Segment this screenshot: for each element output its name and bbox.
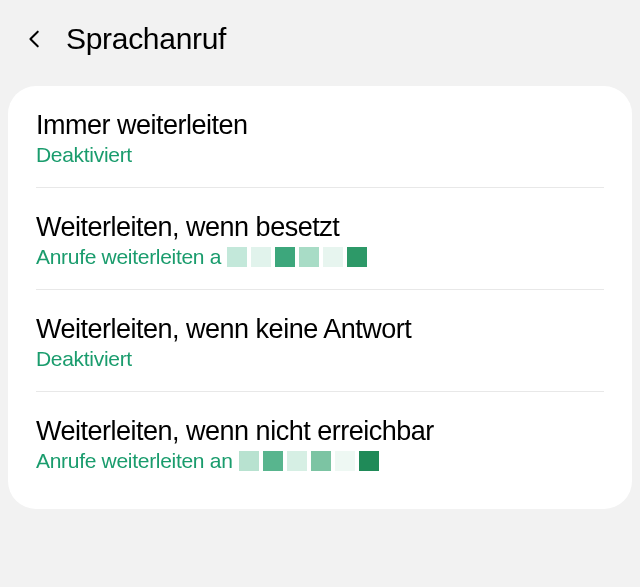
back-icon[interactable] xyxy=(24,28,46,50)
setting-title: Weiterleiten, wenn keine Antwort xyxy=(36,314,604,345)
redacted-number xyxy=(239,451,379,471)
header: Sprachanruf xyxy=(0,0,640,86)
setting-subtitle-text: Deaktiviert xyxy=(36,347,132,371)
setting-subtitle: Deaktiviert xyxy=(36,143,604,167)
setting-forward-no-answer[interactable]: Weiterleiten, wenn keine Antwort Deaktiv… xyxy=(8,290,632,391)
setting-subtitle: Anrufe weiterleiten an xyxy=(36,449,604,473)
redacted-number xyxy=(227,247,367,267)
setting-title: Weiterleiten, wenn nicht erreichbar xyxy=(36,416,604,447)
setting-forward-unreachable[interactable]: Weiterleiten, wenn nicht erreichbar Anru… xyxy=(8,392,632,493)
setting-always-forward[interactable]: Immer weiterleiten Deaktiviert xyxy=(8,86,632,187)
setting-subtitle-text: Deaktiviert xyxy=(36,143,132,167)
setting-subtitle-text: Anrufe weiterleiten a xyxy=(36,245,221,269)
settings-card: Immer weiterleiten Deaktiviert Weiterlei… xyxy=(8,86,632,509)
setting-title: Weiterleiten, wenn besetzt xyxy=(36,212,604,243)
setting-subtitle: Anrufe weiterleiten a xyxy=(36,245,604,269)
page-title: Sprachanruf xyxy=(66,22,226,56)
setting-subtitle-text: Anrufe weiterleiten an xyxy=(36,449,233,473)
setting-forward-busy[interactable]: Weiterleiten, wenn besetzt Anrufe weiter… xyxy=(8,188,632,289)
setting-title: Immer weiterleiten xyxy=(36,110,604,141)
setting-subtitle: Deaktiviert xyxy=(36,347,604,371)
